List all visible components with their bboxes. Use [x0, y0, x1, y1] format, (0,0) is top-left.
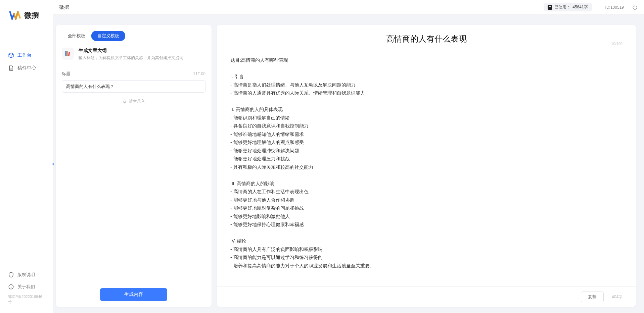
info-icon — [8, 284, 14, 290]
icp-text: 鄂ICP备2022016946号 — [0, 293, 53, 308]
app-root: 微撰 工作台 稿件中心 版权说明 关于我们 鄂ICP备2022016946号 — [0, 0, 644, 313]
nav-workspace[interactable]: 工作台 — [0, 49, 53, 62]
footer-label: 版权说明 — [17, 272, 35, 278]
output-title: 高情商的人有什么表现 — [230, 34, 623, 44]
output-title-counter: 10/100 — [611, 42, 623, 46]
generate-button[interactable]: 生成内容 — [100, 288, 167, 301]
user-id: ID:100519 — [605, 5, 624, 10]
form-label-row: 标题 11/100 — [62, 71, 205, 77]
document-icon — [8, 65, 14, 71]
tab-custom-template[interactable]: 自定义模板 — [91, 31, 125, 41]
voice-label: 请空录入 — [129, 99, 145, 104]
content: 全部模板 自定义模板 生成文章大纲 输入标题，为你提供文章主体的灵感，并为其创建… — [53, 15, 644, 313]
template-desc: 输入标题，为你提供文章主体的灵感，并为其创建推文提纲 — [79, 55, 183, 61]
voice-input-row[interactable]: 请空录入 — [62, 99, 205, 104]
usage-badge[interactable]: T 已使用： 45641字 — [544, 3, 592, 11]
panel-output: 高情商的人有什么表现 10/100 题目:高情商的人有哪些表现 I. 引言 - … — [217, 25, 636, 307]
page-title: 微撰 — [59, 4, 544, 10]
logo: 微撰 — [0, 9, 53, 32]
nav-drafts[interactable]: 稿件中心 — [0, 62, 53, 74]
logo-text: 微撰 — [24, 10, 39, 20]
form-section: 标题 11/100 请空录入 — [56, 61, 212, 104]
form-label: 标题 — [62, 71, 71, 77]
books-icon — [64, 50, 72, 57]
word-count: 404字 — [612, 294, 623, 300]
text-icon: T — [548, 5, 552, 10]
svg-rect-1 — [65, 51, 67, 56]
usage-value: 45641字 — [572, 4, 588, 10]
nav-label: 稿件中心 — [17, 65, 36, 71]
nav-section: 工作台 稿件中心 — [0, 32, 53, 269]
chevron-left-icon — [51, 162, 55, 166]
svg-rect-4 — [124, 100, 125, 102]
power-icon[interactable] — [632, 4, 638, 10]
template-meta: 生成文章大纲 输入标题，为你提供文章主体的灵感，并为其创建推文提纲 — [79, 48, 183, 61]
copy-button[interactable]: 复制 — [581, 292, 604, 302]
tab-all-templates[interactable]: 全部模板 — [62, 31, 91, 41]
tabs: 全部模板 自定义模板 — [56, 25, 212, 44]
panel-input-footer: 生成内容 — [56, 282, 212, 307]
output-head: 高情商的人有什么表现 10/100 — [217, 25, 636, 49]
template-card: 生成文章大纲 输入标题，为你提供文章主体的灵感，并为其创建推文提纲 — [56, 44, 212, 61]
shield-icon — [8, 272, 14, 278]
template-title: 生成文章大纲 — [79, 48, 183, 54]
footer-about[interactable]: 关于我们 — [0, 281, 53, 293]
output-footer: 复制 404字 — [217, 286, 636, 307]
template-icon — [62, 48, 74, 60]
panel-input: 全部模板 自定义模板 生成文章大纲 输入标题，为你提供文章主体的灵感，并为其创建… — [56, 25, 212, 307]
logo-icon — [9, 9, 21, 21]
sidebar-footer: 版权说明 关于我们 鄂ICP备2022016946号 — [0, 269, 53, 313]
main: 微撰 T 已使用： 45641字 ID:100519 全部模板 自定义模板 — [53, 0, 644, 313]
svg-rect-2 — [67, 51, 68, 56]
char-counter: 11/100 — [193, 71, 205, 76]
cube-icon — [8, 52, 14, 58]
sidebar: 微撰 工作台 稿件中心 版权说明 关于我们 鄂ICP备2022016946号 — [0, 0, 53, 313]
usage-prefix: 已使用： — [554, 4, 570, 10]
footer-copyright[interactable]: 版权说明 — [0, 269, 53, 281]
collapse-handle[interactable] — [50, 160, 56, 168]
topbar: 微撰 T 已使用： 45641字 ID:100519 — [53, 0, 644, 15]
mic-icon — [122, 99, 127, 104]
svg-rect-3 — [68, 52, 70, 56]
nav-label: 工作台 — [17, 52, 32, 58]
footer-label: 关于我们 — [17, 284, 35, 290]
title-input[interactable] — [62, 80, 205, 93]
output-body[interactable]: 题目:高情商的人有哪些表现 I. 引言 - 高情商是指人们处理情绪、与他人互动以… — [217, 49, 636, 286]
